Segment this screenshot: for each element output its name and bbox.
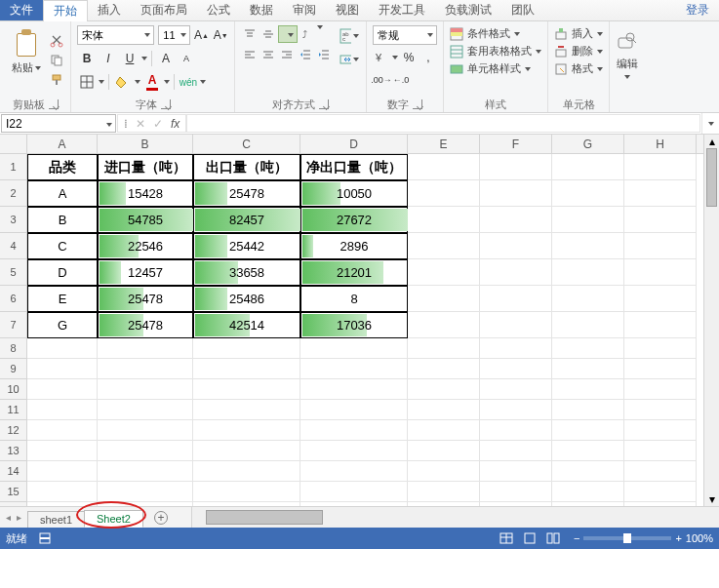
cell[interactable] <box>300 482 408 502</box>
col-header-B[interactable]: B <box>98 135 193 153</box>
cell[interactable] <box>552 441 624 461</box>
cell[interactable] <box>480 359 552 379</box>
menu-tab-7[interactable]: 开发工具 <box>369 0 435 20</box>
cell[interactable] <box>624 461 697 482</box>
row-header[interactable]: 4 <box>0 233 27 259</box>
cancel-formula-icon[interactable]: ✕ <box>136 117 145 131</box>
cut-icon[interactable] <box>49 33 64 49</box>
col-header-F[interactable]: F <box>480 135 552 153</box>
accept-formula-icon[interactable]: ✓ <box>153 117 163 131</box>
cell[interactable] <box>552 359 624 379</box>
page-layout-view-icon[interactable] <box>519 530 540 546</box>
menu-tab-2[interactable]: 页面布局 <box>131 0 197 20</box>
cell[interactable]: 33658 <box>193 259 300 286</box>
select-all-corner[interactable] <box>0 135 27 153</box>
align-right-icon[interactable] <box>278 46 296 63</box>
zoom-out-button[interactable]: − <box>574 532 579 544</box>
row-header[interactable]: 15 <box>0 482 27 502</box>
formula-input[interactable] <box>186 114 700 133</box>
conditional-format-button[interactable]: 条件格式 <box>450 26 541 41</box>
cell[interactable] <box>480 207 552 233</box>
cell[interactable] <box>27 400 98 420</box>
sheet-tab-Sheet2[interactable]: Sheet2 <box>84 510 143 528</box>
row-header[interactable]: 11 <box>0 400 27 420</box>
cell-styles-button[interactable]: 单元格样式 <box>450 61 541 76</box>
menu-tab-5[interactable]: 审阅 <box>283 0 326 20</box>
cell[interactable] <box>98 420 193 441</box>
col-header-C[interactable]: C <box>193 135 300 153</box>
formula-bar-expand[interactable] <box>701 113 719 134</box>
cell[interactable] <box>552 233 624 259</box>
row-header[interactable]: 10 <box>0 379 27 400</box>
scroll-thumb[interactable] <box>706 148 717 207</box>
cell[interactable] <box>98 359 193 379</box>
hscroll-thumb[interactable] <box>206 510 323 525</box>
cell[interactable] <box>552 379 624 400</box>
zoom-level[interactable]: 100% <box>686 532 713 544</box>
format-cells-button[interactable]: 格式 <box>554 61 603 76</box>
cell[interactable] <box>193 482 300 502</box>
font-size-select[interactable]: 11 <box>158 25 189 45</box>
formula-dropdown-icon[interactable]: ⁞ <box>124 117 128 131</box>
cell[interactable]: G <box>27 312 98 338</box>
cell[interactable] <box>98 441 193 461</box>
decrease-font-icon[interactable]: A▼ <box>213 25 228 45</box>
cell[interactable] <box>300 502 408 506</box>
cell[interactable] <box>480 400 552 420</box>
cell[interactable] <box>98 482 193 502</box>
cell[interactable] <box>552 482 624 502</box>
cell[interactable] <box>193 441 300 461</box>
cell[interactable]: 25478 <box>98 312 193 338</box>
row-header[interactable]: 2 <box>0 180 27 207</box>
format-as-table-button[interactable]: 套用表格格式 <box>450 44 541 59</box>
percent-format-button[interactable]: % <box>400 48 418 67</box>
sheet-nav-prev[interactable]: ◂ <box>6 512 11 523</box>
insert-cells-button[interactable]: 插入 <box>554 26 603 41</box>
menu-tab-0[interactable]: 开始 <box>43 0 88 21</box>
row-header[interactable]: 6 <box>0 286 27 312</box>
copy-icon[interactable] <box>49 53 64 68</box>
cell[interactable] <box>552 312 624 338</box>
cell[interactable] <box>624 207 697 233</box>
font-name-select[interactable]: 宋体 <box>77 25 154 45</box>
align-left-icon[interactable] <box>241 46 259 63</box>
paste-icon[interactable] <box>13 27 40 59</box>
cell[interactable] <box>552 180 624 207</box>
cell[interactable] <box>624 286 697 312</box>
wrap-text-button[interactable]: abc <box>339 25 360 47</box>
cell[interactable] <box>98 502 193 506</box>
cell[interactable] <box>624 233 697 259</box>
cell[interactable]: 15428 <box>98 180 193 207</box>
row-header[interactable]: 8 <box>0 338 27 359</box>
cell[interactable] <box>408 379 480 400</box>
cell[interactable] <box>480 502 552 506</box>
clipboard-launcher[interactable] <box>49 99 59 109</box>
cell[interactable] <box>193 379 300 400</box>
cell[interactable] <box>552 259 624 286</box>
cell[interactable] <box>624 180 697 207</box>
cell[interactable] <box>552 502 624 506</box>
cell[interactable] <box>408 338 480 359</box>
cell[interactable] <box>480 461 552 482</box>
horizontal-scrollbar[interactable] <box>191 507 719 528</box>
cell[interactable] <box>300 338 408 359</box>
accounting-format-button[interactable]: ¥ <box>373 48 390 67</box>
col-header-E[interactable]: E <box>408 135 480 153</box>
cell[interactable] <box>408 154 480 180</box>
cell[interactable] <box>480 286 552 312</box>
cell[interactable]: 8 <box>300 286 408 312</box>
cell[interactable]: 21201 <box>300 259 408 286</box>
cell[interactable] <box>480 482 552 502</box>
menu-tab-4[interactable]: 数据 <box>240 0 283 20</box>
increase-decimal-button[interactable]: .00→ <box>373 70 390 90</box>
menu-tab-6[interactable]: 视图 <box>326 0 369 20</box>
increase-indent-icon[interactable] <box>315 46 333 63</box>
cell[interactable] <box>300 379 408 400</box>
cell[interactable] <box>480 338 552 359</box>
align-bottom-icon[interactable] <box>278 25 298 43</box>
cell[interactable] <box>408 286 480 312</box>
row-header[interactable]: 13 <box>0 441 27 461</box>
cell[interactable] <box>98 338 193 359</box>
cell[interactable]: 27672 <box>300 207 408 233</box>
row-header[interactable]: 12 <box>0 420 27 441</box>
